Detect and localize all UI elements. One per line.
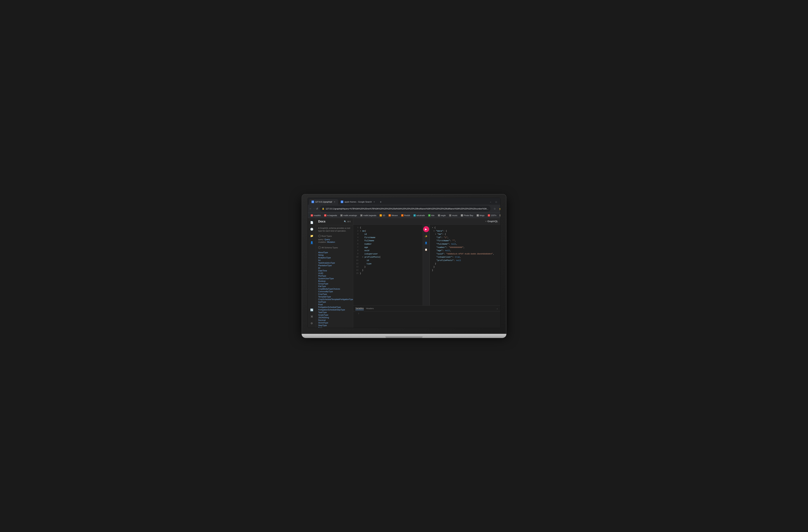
reload-button[interactable]: ↺ xyxy=(316,206,318,211)
tab-google[interactable]: G apple frames - Google Search × xyxy=(338,199,378,205)
bookmark-icon-imported: 📁 xyxy=(500,214,500,216)
response-json: ▾ { ▾ "data": { ▾ "me": { xyxy=(432,226,498,272)
type-uuid[interactable]: UUID xyxy=(318,272,351,274)
maximize-button[interactable]: □ xyxy=(494,200,499,205)
bookmark-icon-s3: S xyxy=(380,214,382,216)
bookmark-label-s3: S3 xyxy=(383,214,385,216)
bookmark-piratebay[interactable]: P Pirate Bay xyxy=(459,214,475,217)
type-fertigationschedulesteptype[interactable]: FertigationScheduleStepType xyxy=(318,308,351,311)
docs-description: A GraphQL schema provides a root type fo… xyxy=(316,225,353,234)
type-taskanalyticstype[interactable]: TaskAnalyticsType xyxy=(318,262,351,264)
graphiql-sidebar: 📄 🕐 📁 👤 🔄 ⌘ ⚙ xyxy=(308,218,316,328)
tab-favicon-google: G xyxy=(341,201,343,203)
type-systemusertype[interactable]: SystemUserType xyxy=(318,277,351,280)
type-grouptype[interactable]: GroupType xyxy=(318,282,351,285)
type-int[interactable]: Int xyxy=(318,259,351,262)
type-analyticstype[interactable]: AnalyticsType xyxy=(318,256,351,259)
line-num-15: 15 xyxy=(355,272,359,275)
minimize-button[interactable]: − xyxy=(488,200,493,205)
bookmark-bagwala[interactable]: m malik.bagwala xyxy=(359,214,378,217)
type-boolean[interactable]: Boolean xyxy=(318,280,351,282)
docs-link-query[interactable]: query: Query xyxy=(318,238,351,241)
type-date[interactable]: Date xyxy=(318,327,351,328)
all-schema-label: All Schema Types xyxy=(322,246,338,249)
bookmark-s3[interactable]: S S3 xyxy=(378,214,386,217)
sidebar-history-btn[interactable]: 🕐 xyxy=(309,226,315,232)
address-bar[interactable]: 🔒 127.0.0.1/graphiql/#query=%7B%0A%20%20… xyxy=(320,206,491,212)
type-cropscheduletemplatefer[interactable]: CropScheduleTemplateFertigationTypeChoic… xyxy=(318,298,351,301)
docs-link-mutation[interactable]: mutation: Mutation xyxy=(318,241,351,243)
type-string[interactable]: String xyxy=(318,254,351,256)
bookmark-music[interactable]: ♪ music xyxy=(447,214,459,217)
bookmark-vesatogo[interactable]: m malik.vesatogo xyxy=(339,214,359,217)
json-firstname-line: "firstName": "", xyxy=(432,239,498,243)
type-gradetype[interactable]: GradeType xyxy=(318,314,351,316)
code-text-13: } xyxy=(360,265,422,269)
editor-tool-copy[interactable]: 📋 xyxy=(424,247,429,252)
bookmark-blogs[interactable]: b blogs xyxy=(475,214,486,217)
bookmark-label-kite: kite xyxy=(431,214,434,216)
line-num-13: 13 xyxy=(355,265,359,269)
sidebar-refresh-btn[interactable]: 🔄 xyxy=(309,307,315,313)
star-button[interactable]: ☆ xyxy=(492,206,497,211)
bookmark-kite[interactable]: k kite xyxy=(427,214,436,217)
bookmark-reddit[interactable]: R Reddit xyxy=(400,214,411,217)
tab-graphql[interactable]: G 127.0.0.1/graphiql/ × xyxy=(309,199,338,205)
bookmark-1337x[interactable]: X 1337x xyxy=(486,214,498,217)
type-cropmediatypechoices[interactable]: CropMediaTypeChoices xyxy=(318,288,351,290)
back-button[interactable]: ← xyxy=(309,206,312,211)
new-tab-button[interactable]: + xyxy=(378,200,383,205)
type-datetime[interactable]: DateTime xyxy=(318,269,351,272)
type-filetype[interactable]: FileType xyxy=(318,285,351,288)
sidebar-docs-btn[interactable]: 📄 xyxy=(309,220,315,225)
bookmark-eagle[interactable]: e eagle xyxy=(436,214,447,217)
mutation-keyword: mutation: xyxy=(318,241,327,243)
docs-search-button[interactable]: 🔍 ⌘ K xyxy=(344,221,351,223)
bookmark-weave[interactable]: W Weave xyxy=(387,214,399,217)
editor-tool-magic[interactable]: ✨ xyxy=(424,234,429,239)
sidebar-settings-btn[interactable]: ⚙ xyxy=(309,320,315,326)
variables-content[interactable]: 1 xyxy=(353,311,500,328)
sidebar-user-btn[interactable]: 👤 xyxy=(309,240,315,246)
type-float[interactable]: Float xyxy=(318,303,351,306)
type-steptype[interactable]: StepType xyxy=(318,324,351,327)
tab-close-graphql[interactable]: × xyxy=(333,201,336,203)
run-button[interactable]: ▶ xyxy=(423,226,429,232)
bookmark-maalikb[interactable]: m maalikb xyxy=(309,214,322,217)
headers-tab[interactable]: Headers xyxy=(366,307,374,310)
bookmark-setutrade[interactable]: s setutrade xyxy=(412,214,426,217)
code-line-7: 7 age xyxy=(355,246,422,249)
variables-tab[interactable]: Variables xyxy=(355,307,364,310)
type-croptype[interactable]: CropType xyxy=(318,293,351,296)
bookmark-icon-mbagwala: m xyxy=(324,214,326,216)
type-jsonstring[interactable]: JSONString xyxy=(318,316,351,319)
extensions-button[interactable]: ⚡ xyxy=(498,206,500,211)
sidebar-files-btn[interactable]: 📁 xyxy=(309,233,315,239)
type-tasktype[interactable]: TaskType xyxy=(318,311,351,314)
type-fertigationscheduletype[interactable]: FertigationScheduleType xyxy=(318,306,351,308)
type-siunittype[interactable]: SIUnitType xyxy=(318,321,351,324)
code-text-4: firstName xyxy=(360,236,422,240)
bookmark-icon-blogs: b xyxy=(477,214,479,216)
type-plottype[interactable]: PlotType xyxy=(318,274,351,277)
query-editor[interactable]: 1 { 2 ▾ me{ xyxy=(353,225,429,305)
forward-button[interactable]: → xyxy=(313,206,315,211)
tab-bar: G 127.0.0.1/graphiql/ × G apple frames -… xyxy=(308,198,500,205)
type-plantationtype[interactable]: PlantationType xyxy=(318,264,351,267)
sidebar-shortcuts-btn[interactable]: ⌘ xyxy=(309,314,315,320)
variables-chevron-icon[interactable]: ⌄ xyxy=(496,307,498,310)
type-commoditytype[interactable]: CommodityType xyxy=(318,290,351,293)
type-abouttype[interactable]: AboutType xyxy=(318,251,351,254)
json-fullname-line: "fullName": null, xyxy=(432,243,498,246)
type-id[interactable]: ID xyxy=(318,267,351,269)
json-profilephoto-line: "profilePhoto": null xyxy=(432,259,498,262)
type-soiltype[interactable]: SoilType xyxy=(318,301,351,303)
tab-close-google[interactable]: × xyxy=(373,201,375,203)
type-templatetype[interactable]: TemplateType xyxy=(318,296,351,298)
editor-tool-user[interactable]: 👤 xyxy=(424,240,429,246)
bookmark-mbagwala[interactable]: m m.bagwala xyxy=(323,214,338,217)
screen: G 127.0.0.1/graphiql/ × G apple frames -… xyxy=(308,198,500,328)
bookmark-imported[interactable]: 📁 Imported xyxy=(498,214,500,217)
bookmark-icon-reddit: R xyxy=(401,214,403,216)
type-decimal[interactable]: Decimal xyxy=(318,319,351,321)
